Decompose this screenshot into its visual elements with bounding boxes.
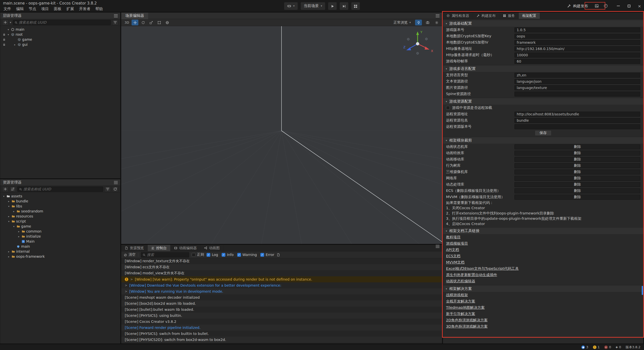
tree-expand-icon[interactable]: ▸ <box>7 255 11 258</box>
play-button[interactable] <box>328 2 337 10</box>
menu-item-3[interactable]: 项目 <box>39 6 51 12</box>
assets-search[interactable] <box>17 187 103 192</box>
expand-arrow-icon[interactable]: > <box>125 290 127 293</box>
property-input[interactable] <box>514 27 640 32</box>
task-count-badge[interactable]: ◆ 0 <box>616 345 621 349</box>
log-row[interactable]: [Window] ecs文件夹不存在 <box>121 264 442 270</box>
hierarchy-filter-icon[interactable] <box>112 20 118 25</box>
panel-menu-icon[interactable] <box>436 14 439 17</box>
delete-module-button[interactable]: 删除 <box>514 151 640 156</box>
filter-checkbox[interactable] <box>260 253 264 257</box>
rect-tool-button[interactable] <box>156 20 163 25</box>
delete-module-button[interactable]: 删除 <box>514 163 640 168</box>
asset-node-row[interactable]: main <box>0 244 120 249</box>
minimize-button[interactable] <box>616 4 620 8</box>
rotate-tool-button[interactable] <box>140 20 146 25</box>
console-tab-0[interactable]: 资源预览 <box>121 245 148 251</box>
chevron-down-icon[interactable]: ▾ <box>10 21 11 24</box>
filter-checkbox[interactable] <box>237 253 241 257</box>
console-filter-info[interactable]: Info <box>222 253 234 257</box>
section-header[interactable]: ▾游戏多语言配置 <box>443 65 643 72</box>
asset-node-row[interactable]: ▸resources <box>0 214 120 219</box>
menu-item-1[interactable]: 编辑 <box>14 6 26 12</box>
close-button[interactable]: × <box>637 4 641 8</box>
hierarchy-search-input[interactable] <box>19 20 109 24</box>
warning-count-badge[interactable]: ! 1 <box>593 345 600 349</box>
console-tab-2[interactable]: 动画编辑器 <box>171 245 200 251</box>
doc-link[interactable]: MVVM文档 <box>446 260 465 265</box>
save-button[interactable]: 保存 <box>535 130 551 136</box>
doc-link[interactable]: 3D角色扮演游戏解决方案 <box>446 324 488 329</box>
screenshot-icon[interactable] <box>595 4 599 8</box>
doc-link[interactable]: 新手引导解决方案 <box>446 312 475 316</box>
menu-item-5[interactable]: 扩展 <box>64 6 76 12</box>
tree-expand-icon[interactable]: ▾ <box>7 220 11 223</box>
asset-node-row[interactable]: ▸seedrandom <box>0 209 120 214</box>
scene-settings-gear-icon[interactable] <box>433 20 440 25</box>
scrollbar-thumb[interactable] <box>642 286 643 295</box>
error-count-badge[interactable]: × 0 <box>604 345 611 349</box>
delete-module-button[interactable]: 删除 <box>514 195 640 200</box>
tree-expand-icon[interactable]: ▸ <box>7 200 11 203</box>
property-input[interactable] <box>514 40 640 45</box>
panel-menu-icon[interactable] <box>114 181 118 184</box>
panel-menu-icon[interactable] <box>436 245 439 251</box>
remote-load-checkbox[interactable] <box>446 106 450 110</box>
doc-link[interactable]: Tiledmap地图解决方案 <box>446 305 485 310</box>
delete-module-button[interactable]: 删除 <box>514 169 640 174</box>
menu-item-7[interactable]: 帮助 <box>93 6 105 12</box>
console-filter-warning[interactable]: Warning <box>237 253 257 257</box>
mode-3d-toggle[interactable]: 3D <box>123 20 130 25</box>
inspector-tab-2[interactable]: 服务 <box>499 13 519 19</box>
log-row[interactable]: !>[Window] [Vue warn]: Property "onInput… <box>121 276 442 282</box>
menu-item-0[interactable]: 文件 <box>1 6 14 12</box>
property-input[interactable] <box>514 46 640 51</box>
lighting-toggle-button[interactable] <box>415 20 422 25</box>
section-header[interactable]: ▾框架文档工具链接 <box>443 227 643 234</box>
step-button[interactable] <box>340 2 349 10</box>
log-row[interactable]: >[Window] You are running Vue in develop… <box>121 288 442 294</box>
log-row[interactable]: [Scene] [box2d]:box2d wasm lib loaded. <box>121 300 442 307</box>
preview-platform-button[interactable]: ▾ <box>284 2 298 10</box>
console-filter-error[interactable]: Error <box>260 253 274 257</box>
log-row[interactable]: [Scene] [PHYSICS]: switch from builtin t… <box>121 331 442 337</box>
doc-link[interactable]: 教程项目 <box>446 235 461 240</box>
delete-module-button[interactable]: 删除 <box>514 182 640 187</box>
tree-expand-icon[interactable]: ▸ <box>17 235 21 238</box>
section-header[interactable]: ▾框架模块裁剪 <box>443 137 643 144</box>
log-row[interactable]: [Scene] [PHYSICS2D]: switch from box2d-w… <box>121 337 442 343</box>
console-search[interactable] <box>141 252 189 257</box>
asset-node-row[interactable]: ▸oops-framework <box>0 254 120 259</box>
asset-node-row[interactable]: ▸internal <box>0 249 120 254</box>
inspector-tab-1[interactable]: 构建发布 <box>473 13 499 19</box>
move-tool-button[interactable] <box>132 20 138 25</box>
doc-link[interactable]: 游戏模板项目 <box>446 241 468 246</box>
asset-node-row[interactable]: TSMain <box>0 239 120 244</box>
console-search-input[interactable] <box>147 253 187 257</box>
delete-module-button[interactable]: 删除 <box>514 176 640 181</box>
tree-expand-icon[interactable]: ▸ <box>7 250 11 253</box>
world-local-toggle[interactable] <box>164 20 171 25</box>
tree-expand-icon[interactable]: ▾ <box>2 195 6 198</box>
console-tab-1[interactable]: 控制台 <box>148 245 171 251</box>
hierarchy-node-row[interactable]: game <box>0 37 120 42</box>
asset-node-row[interactable]: ▾assets <box>0 194 120 199</box>
doc-link[interactable]: ECS文档 <box>446 254 461 258</box>
tree-expand-icon[interactable]: ▸ <box>7 215 11 218</box>
log-row[interactable]: [Window] model_view文件夹不存在 <box>121 270 442 276</box>
property-input[interactable] <box>514 118 640 123</box>
hierarchy-node-row[interactable]: ▾main <box>0 27 120 32</box>
asset-node-row[interactable]: ▸bundle <box>0 199 120 204</box>
doc-link[interactable]: 全栈开发解决方案 <box>446 299 475 304</box>
tree-expand-icon[interactable]: ▾ <box>7 205 11 208</box>
filter-checkbox[interactable] <box>222 253 225 257</box>
section-header[interactable]: ▾游戏基础配置 <box>443 20 643 27</box>
log-row[interactable]: [Scene] meshopt wasm decoder initialized <box>121 294 442 300</box>
hierarchy-search[interactable] <box>13 20 111 25</box>
scene-select-dropdown[interactable]: 当前场景 ▾ <box>300 2 326 10</box>
tree-expand-icon[interactable]: ▾ <box>12 225 16 228</box>
delete-module-button[interactable]: 删除 <box>514 144 640 149</box>
view-mode-dropdown[interactable]: 正常浏览 ▾ <box>391 20 413 25</box>
expand-arrow-icon[interactable]: > <box>130 278 133 281</box>
property-input[interactable] <box>514 73 640 78</box>
